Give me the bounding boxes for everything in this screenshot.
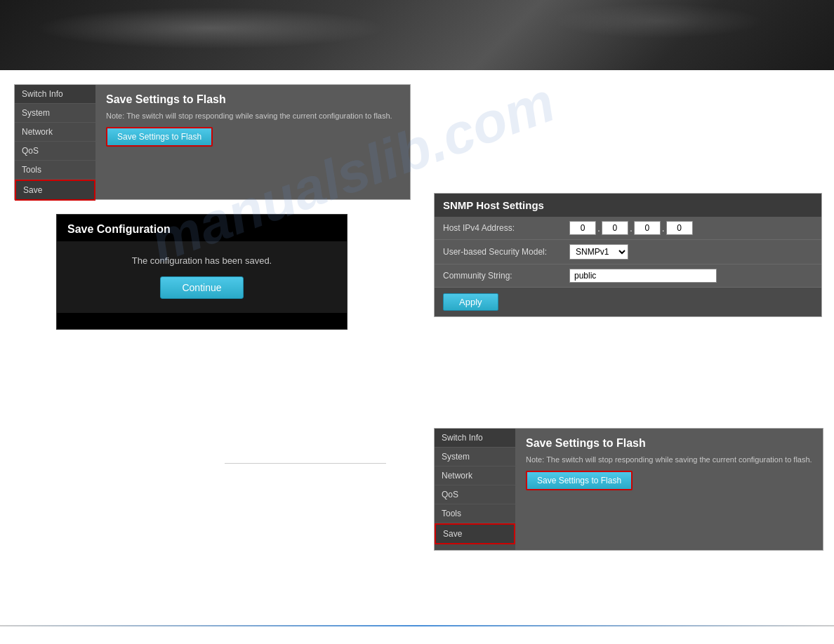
main-content: manualslib.com Switch Info System Networ… [0, 70, 834, 644]
security-model-select[interactable]: SNMPv1 SNMPv2c SNMPv3 [569, 244, 628, 260]
snmp-label-ipv4: Host IPv4 Address: [443, 223, 569, 233]
panel4-note: Note: The switch will stop responding wh… [526, 455, 812, 464]
header-banner [0, 0, 834, 70]
sidebar-top: Switch Info System Network QoS Tools Sav… [15, 85, 95, 199]
community-string-input[interactable] [569, 269, 717, 283]
snmp-value-community-string [569, 269, 813, 283]
panel4-content: Save Settings to Flash Note: The switch … [515, 429, 823, 550]
sidebar-item-switch-info[interactable]: Switch Info [15, 85, 95, 104]
ip-dot-1: . [597, 222, 600, 234]
ip-octet-1[interactable] [569, 221, 596, 235]
snmp-row-ipv4: Host IPv4 Address: . . . [435, 217, 821, 240]
ip-dot-3: . [662, 222, 665, 234]
snmp-label-security-model: User-based Security Model: [443, 247, 569, 257]
sidebar-item-network[interactable]: Network [15, 123, 95, 142]
sidebar-item-system[interactable]: System [15, 104, 95, 123]
sidebar-bottom-item-system[interactable]: System [435, 448, 515, 467]
snmp-row-security-model: User-based Security Model: SNMPv1 SNMPv2… [435, 240, 821, 264]
ip-dot-2: . [630, 222, 633, 234]
save-config-body: The configuration has been saved. Contin… [57, 241, 347, 313]
h-separator [225, 463, 386, 464]
snmp-row-community-string: Community String: [435, 264, 821, 288]
sidebar-item-save[interactable]: Save [15, 180, 95, 201]
sidebar-bottom-item-tools[interactable]: Tools [435, 504, 515, 523]
sidebar-bottom-item-network[interactable]: Network [435, 467, 515, 485]
sidebar-bottom-item-qos[interactable]: QoS [435, 485, 515, 504]
panel-save-settings-bottom: Switch Info System Network QoS Tools Sav… [434, 428, 823, 551]
snmp-host-settings-panel: SNMP Host Settings Host IPv4 Address: . … [434, 193, 822, 317]
save-config-title: Save Configuration [57, 215, 347, 241]
snmp-value-security-model: SNMPv1 SNMPv2c SNMPv3 [569, 244, 813, 260]
sidebar-bottom-item-save[interactable]: Save [435, 523, 515, 544]
save-config-message: The configuration has been saved. [71, 255, 333, 266]
continue-button[interactable]: Continue [160, 276, 243, 299]
sidebar-item-qos[interactable]: QoS [15, 142, 95, 161]
snmp-value-ipv4: . . . [569, 221, 813, 235]
sidebar-bottom-item-switch-info[interactable]: Switch Info [435, 429, 515, 448]
ip-octet-2[interactable] [602, 221, 628, 235]
panel1-title: Save Settings to Flash [106, 93, 399, 106]
sidebar-bottom: Switch Info System Network QoS Tools Sav… [435, 429, 515, 550]
save-settings-flash-button-top[interactable]: Save Settings to Flash [106, 127, 213, 147]
snmp-panel-title: SNMP Host Settings [435, 194, 821, 217]
panel-save-settings-top: Switch Info System Network QoS Tools Sav… [14, 84, 411, 200]
panel4-title: Save Settings to Flash [526, 437, 812, 450]
apply-button[interactable]: Apply [443, 293, 498, 311]
bottom-divider [0, 625, 834, 626]
panel1-content: Save Settings to Flash Note: The switch … [95, 85, 410, 199]
save-settings-flash-button-bottom[interactable]: Save Settings to Flash [526, 471, 633, 490]
save-configuration-dialog: Save Configuration The configuration has… [56, 214, 348, 330]
snmp-apply-row: Apply [435, 288, 821, 316]
panel1-note: Note: The switch will stop responding wh… [106, 112, 399, 120]
ip-octet-3[interactable] [634, 221, 661, 235]
ip-octet-4[interactable] [666, 221, 693, 235]
sidebar-item-tools[interactable]: Tools [15, 161, 95, 180]
snmp-label-community-string: Community String: [443, 271, 569, 281]
